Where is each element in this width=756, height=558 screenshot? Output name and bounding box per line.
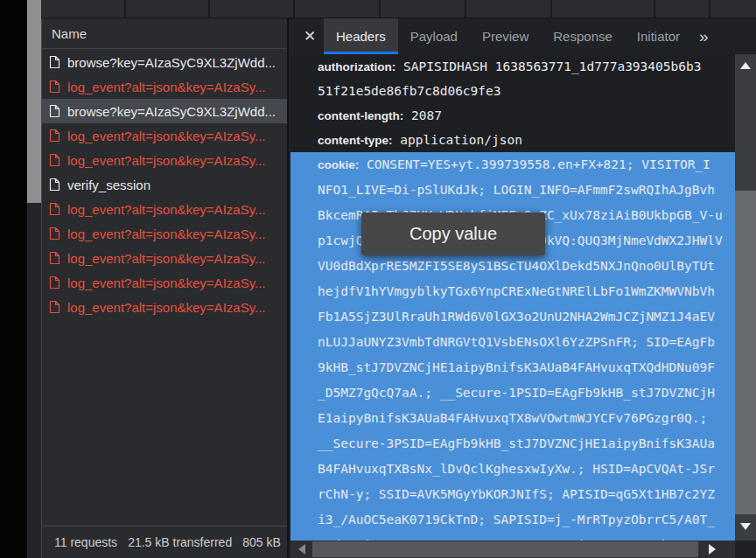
request-label: verify_session <box>67 178 150 192</box>
request-row[interactable]: log_event?alt=json&key=AIzaSy... <box>42 221 287 246</box>
header-section-content-type[interactable]: content-type: application/json <box>290 128 735 152</box>
file-icon <box>49 129 60 143</box>
request-label: log_event?alt=json&key=AIzaSy... <box>67 202 266 217</box>
summary-resources: 805 kB <box>242 535 281 549</box>
scroll-left-icon[interactable] <box>298 544 305 555</box>
tab-preview[interactable]: Preview <box>470 18 541 54</box>
request-row[interactable]: log_event?alt=json&key=AIzaSy... <box>42 74 287 99</box>
header-name: content-length: <box>318 109 403 122</box>
request-label: browse?key=AIzaSyC9XL3ZjWdd... <box>67 104 276 119</box>
horizontal-scrollbar[interactable] <box>290 541 735 558</box>
header-name: cookie: <box>318 158 359 171</box>
header-value-line: content-length: 2087 <box>318 103 730 128</box>
context-menu: Copy value <box>361 213 545 255</box>
background-window-strip <box>0 0 27 558</box>
network-summary-bar: 11 requests 21.5 kB transferred 805 kB <box>42 526 287 558</box>
toolbar-divider <box>654 0 655 17</box>
devtools-network-window: Name browse?key=AIzaSyC9XL3ZjWdd...log_e… <box>0 0 756 558</box>
header-value-line: VU0dBdXprRE5MZFI5SE8yS1BScTU4OXlDekd5NXJ… <box>318 254 730 279</box>
copy-value-menu-item[interactable]: Copy value <box>410 224 497 244</box>
horizontal-scrollbar-thumb[interactable] <box>312 541 698 557</box>
toolbar-divider <box>550 0 552 17</box>
request-row[interactable]: log_event?alt=json&key=AIzaSy... <box>42 148 287 172</box>
toolbar-divider <box>465 0 466 17</box>
request-label: log_event?alt=json&key=AIzaSy... <box>67 80 266 94</box>
header-value-line: hejdfV1hYVmgyblkyTGx6YnpCRExNeGtNRElLbFo… <box>318 279 730 304</box>
scrollbar-corner <box>735 541 756 558</box>
background-scrollbar-thumb[interactable] <box>27 0 41 203</box>
toolbar-divider <box>709 0 710 17</box>
request-row[interactable]: log_event?alt=json&key=AIzaSy... <box>42 246 287 270</box>
header-value-line: _D5MZ7gQcQ7aA.; __Secure-1PSID=EAgFb9kHB… <box>318 380 730 406</box>
toolbar-divider <box>124 0 126 17</box>
header-value-line: i3_/AuOC5eaK0719CkTnD; SAPISID=j_-MrRTpy… <box>318 507 730 533</box>
file-icon <box>49 202 60 216</box>
header-value-line: __Secure-3PSID=EAgFb9kHB_stJ7DVZNCjHE1ai… <box>318 431 730 457</box>
details-tab-bar: ✕ HeadersPayloadPreviewResponseInitiator… <box>290 18 756 54</box>
tabs-container: HeadersPayloadPreviewResponseInitiator <box>324 18 692 54</box>
toolbar-strip <box>41 0 756 18</box>
name-column-header[interactable]: Name <box>42 18 287 49</box>
header-value-line: QOdJQEiTWLvJZ; __Secure-1PAPISID=j_-MrRT… <box>318 533 730 541</box>
file-icon <box>49 276 60 289</box>
file-icon <box>49 55 60 69</box>
header-value-line: B4FAHvuxqTXBsNx_lDvQclKghesxwIyXw.; HSID… <box>318 457 730 482</box>
header-value-line: 51f21e5de86fb7c8d06c9fe3 <box>318 79 730 103</box>
file-icon <box>49 80 60 94</box>
summary-request-count: 11 requests <box>54 535 117 549</box>
header-value-line: NFO1_LIVE=Di-pSlUKdJk; LOGIN_INFO=AFmmF2… <box>318 178 730 203</box>
file-icon <box>49 153 60 167</box>
tab-headers[interactable]: Headers <box>324 18 398 54</box>
request-row[interactable]: browse?key=AIzaSyC9XL3ZjWdd... <box>42 99 287 123</box>
scroll-up-icon[interactable] <box>740 62 751 69</box>
tab-response[interactable]: Response <box>541 18 625 54</box>
request-row[interactable]: log_event?alt=json&key=AIzaSy... <box>42 197 287 221</box>
scroll-down-icon[interactable] <box>740 523 751 530</box>
network-request-list-panel: Name browse?key=AIzaSyC9XL3ZjWdd...log_e… <box>41 18 289 558</box>
request-label: log_event?alt=json&key=AIzaSy... <box>67 227 266 241</box>
more-tabs-icon[interactable]: » <box>699 18 709 54</box>
summary-transferred: 21.5 kB transferred <box>128 535 232 549</box>
toolbar-divider <box>208 0 210 17</box>
request-row[interactable]: log_event?alt=json&key=AIzaSy... <box>42 270 287 295</box>
file-icon <box>49 178 60 192</box>
close-icon[interactable]: ✕ <box>296 18 324 54</box>
header-section-authorization[interactable]: authorization: SAPISIDHASH 1638563771_1d… <box>290 54 735 103</box>
header-value-line: E1aipyBnifsK3AUaB4FAHvuxqTX8wVOwtmWJYCFv… <box>318 406 730 431</box>
toolbar-divider <box>293 0 295 17</box>
header-name: authorization: <box>318 60 396 73</box>
request-row[interactable]: log_event?alt=json&key=AIzaSy... <box>42 295 287 319</box>
header-name: content-type: <box>318 134 393 147</box>
header-value-line: cookie: CONSENT=YES+yt.399739558.en+FX+8… <box>318 152 730 178</box>
request-label: browse?key=AIzaSyC9XL3ZjWdd... <box>67 55 276 70</box>
request-row[interactable]: log_event?alt=json&key=AIzaSy... <box>42 123 287 148</box>
header-section-content-length[interactable]: content-length: 2087 <box>290 103 735 128</box>
header-value-line: 9kHB_stJ7DVZNCjHE1aipyBnifsK3AUaB4FAHvux… <box>318 355 730 380</box>
file-icon <box>49 104 60 118</box>
vertical-scrollbar-thumb[interactable] <box>735 191 756 514</box>
request-details-panel: ✕ HeadersPayloadPreviewResponseInitiator… <box>290 18 756 558</box>
request-row[interactable]: browse?key=AIzaSyC9XL3ZjWdd... <box>42 50 287 74</box>
header-value-line: content-type: application/json <box>318 128 730 152</box>
tab-payload[interactable]: Payload <box>398 18 470 54</box>
request-list: browse?key=AIzaSyC9XL3ZjWdd...log_event?… <box>42 50 287 319</box>
vertical-scrollbar[interactable] <box>735 54 756 541</box>
request-label: log_event?alt=json&key=AIzaSy... <box>67 300 266 315</box>
file-icon <box>49 227 60 241</box>
header-value-line: authorization: SAPISIDHASH 1638563771_1d… <box>318 54 730 79</box>
header-value-line: nLUJJaUNYZ3VmbTdNRGVtQ1VsbENsOXl6YzZPSnF… <box>318 330 730 355</box>
request-label: log_event?alt=json&key=AIzaSy... <box>67 129 266 143</box>
background-scrollbar-track <box>27 0 41 558</box>
request-row[interactable]: verify_session <box>42 172 287 197</box>
header-value-line: rChN-y; SSID=AVK5MGyYbKORJNIfS; APISID=q… <box>318 482 730 507</box>
request-label: log_event?alt=json&key=AIzaSy... <box>67 276 266 290</box>
headers-content: authorization: SAPISIDHASH 1638563771_1d… <box>290 54 735 541</box>
file-icon <box>49 300 60 314</box>
request-label: log_event?alt=json&key=AIzaSy... <box>67 153 266 168</box>
header-value-line: Fb1A5SjZ3UlRraUh1RWd6V0lGX3o2UnU2NHA2WmJ… <box>318 304 730 330</box>
tab-initiator[interactable]: Initiator <box>625 18 692 54</box>
file-icon <box>49 251 60 265</box>
scroll-right-icon[interactable] <box>709 544 716 555</box>
header-section-cookie[interactable]: cookie: CONSENT=YES+yt.399739558.en+FX+8… <box>290 152 735 541</box>
toolbar-divider <box>379 0 381 17</box>
